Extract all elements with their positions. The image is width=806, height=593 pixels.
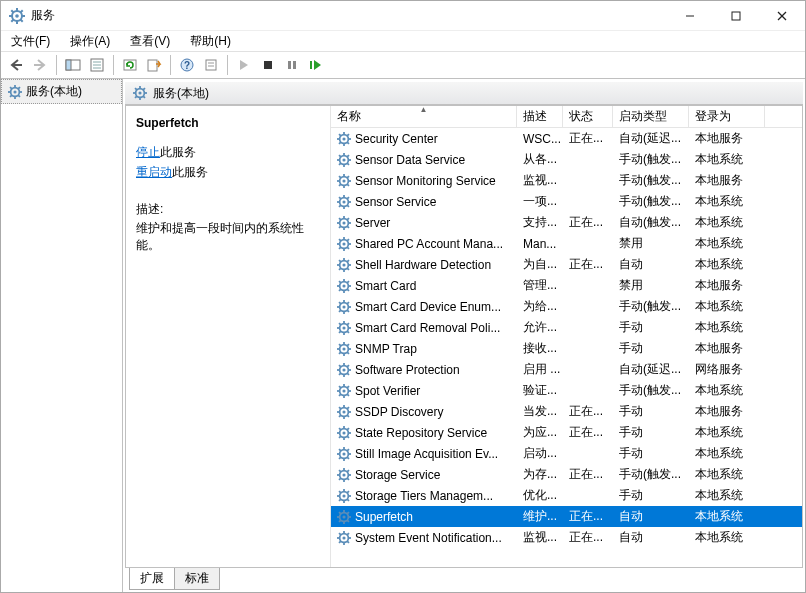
- service-desc: 监视...: [517, 172, 563, 189]
- service-startup: 自动: [613, 508, 689, 525]
- service-row[interactable]: SNMP Trap接收...手动本地服务: [331, 338, 802, 359]
- app-gear-icon: [9, 8, 25, 24]
- pause-service-button[interactable]: [281, 54, 303, 76]
- service-row[interactable]: Superfetch维护...正在...自动本地系统: [331, 506, 802, 527]
- gear-icon: [337, 279, 351, 293]
- gear-icon: [337, 363, 351, 377]
- service-logon: 本地系统: [689, 508, 765, 525]
- service-row[interactable]: Sensor Monitoring Service监视...手动(触发...本地…: [331, 170, 802, 191]
- service-desc: 为自...: [517, 256, 563, 273]
- gear-icon: [337, 216, 351, 230]
- svg-rect-31: [293, 61, 296, 69]
- service-startup: 自动(触发...: [613, 214, 689, 231]
- gear-icon: [337, 342, 351, 356]
- service-row[interactable]: Still Image Acquisition Ev...启动...手动本地系统: [331, 443, 802, 464]
- service-row[interactable]: SSDP Discovery当发...正在...手动本地服务: [331, 401, 802, 422]
- help-button[interactable]: ?: [176, 54, 198, 76]
- tree-root-label: 服务(本地): [26, 83, 82, 100]
- service-desc: 接收...: [517, 340, 563, 357]
- service-row[interactable]: Server支持...正在...自动(触发...本地系统: [331, 212, 802, 233]
- service-logon: 本地系统: [689, 256, 765, 273]
- service-startup: 手动(触发...: [613, 193, 689, 210]
- gear-icon: [337, 384, 351, 398]
- close-button[interactable]: [759, 1, 805, 31]
- service-row[interactable]: State Repository Service为应...正在...手动本地系统: [331, 422, 802, 443]
- service-row[interactable]: Sensor Service一项...手动(触发...本地系统: [331, 191, 802, 212]
- svg-rect-32: [310, 61, 312, 69]
- gear-icon: [337, 300, 351, 314]
- service-row[interactable]: Security CenterWSC...正在...自动(延迟...本地服务: [331, 128, 802, 149]
- service-name: Sensor Data Service: [355, 153, 465, 167]
- service-status: 正在...: [563, 508, 613, 525]
- menu-view[interactable]: 查看(V): [126, 32, 174, 51]
- service-name: Sensor Service: [355, 195, 436, 209]
- service-name: Storage Tiers Managem...: [355, 489, 493, 503]
- maximize-button[interactable]: [713, 1, 759, 31]
- detail-pane: Superfetch 停止此服务 重启动此服务 描述: 维护和提高一段时间内的系…: [126, 106, 330, 567]
- start-service-button[interactable]: [233, 54, 255, 76]
- service-status: 正在...: [563, 214, 613, 231]
- nav-back-button[interactable]: [5, 54, 27, 76]
- col-logon[interactable]: 登录为: [689, 106, 765, 127]
- tab-standard[interactable]: 标准: [174, 568, 220, 590]
- service-logon: 本地服务: [689, 277, 765, 294]
- col-status[interactable]: 状态: [563, 106, 613, 127]
- service-desc: 允许...: [517, 319, 563, 336]
- service-row[interactable]: Storage Tiers Managem...优化...手动本地系统: [331, 485, 802, 506]
- gear-icon: [337, 258, 351, 272]
- gear-icon: [337, 321, 351, 335]
- gear-icon: [133, 86, 147, 100]
- service-row[interactable]: Smart Card Device Enum...为给...手动(触发...本地…: [331, 296, 802, 317]
- tree-root-services[interactable]: 服务(本地): [1, 79, 122, 104]
- service-name: Spot Verifier: [355, 384, 420, 398]
- service-row[interactable]: System Event Notification...监视...正在...自动…: [331, 527, 802, 548]
- export-list-button[interactable]: [143, 54, 165, 76]
- service-logon: 本地服务: [689, 130, 765, 147]
- service-desc: Man...: [517, 237, 563, 251]
- toolbar-props-icon[interactable]: [200, 54, 222, 76]
- col-desc[interactable]: 描述: [517, 106, 563, 127]
- menu-file[interactable]: 文件(F): [7, 32, 54, 51]
- service-row[interactable]: Software Protection启用 ...自动(延迟...网络服务: [331, 359, 802, 380]
- stop-link[interactable]: 停止: [136, 145, 160, 159]
- service-desc: 为应...: [517, 424, 563, 441]
- properties-button[interactable]: [86, 54, 108, 76]
- service-startup: 手动: [613, 340, 689, 357]
- service-name: Sensor Monitoring Service: [355, 174, 496, 188]
- service-row[interactable]: Smart Card Removal Poli...允许...手动本地系统: [331, 317, 802, 338]
- refresh-button[interactable]: [119, 54, 141, 76]
- service-row[interactable]: Spot Verifier验证...手动(触发...本地系统: [331, 380, 802, 401]
- gear-icon: [337, 132, 351, 146]
- menu-help[interactable]: 帮助(H): [186, 32, 235, 51]
- col-name[interactable]: 名称▲: [331, 106, 517, 127]
- service-row[interactable]: Shared PC Account Mana...Man...禁用本地系统: [331, 233, 802, 254]
- restart-service-button[interactable]: [305, 54, 327, 76]
- service-row[interactable]: Smart Card管理...禁用本地服务: [331, 275, 802, 296]
- desc-label: 描述:: [136, 201, 320, 218]
- service-row[interactable]: Sensor Data Service从各...手动(触发...本地系统: [331, 149, 802, 170]
- service-logon: 本地系统: [689, 214, 765, 231]
- service-row[interactable]: Storage Service为存...正在...手动(触发...本地系统: [331, 464, 802, 485]
- menu-action[interactable]: 操作(A): [66, 32, 114, 51]
- service-startup: 自动: [613, 256, 689, 273]
- nav-forward-button[interactable]: [29, 54, 51, 76]
- stop-service-button[interactable]: [257, 54, 279, 76]
- minimize-button[interactable]: [667, 1, 713, 31]
- desc-text: 维护和提高一段时间内的系统性能。: [136, 220, 320, 254]
- service-name: State Repository Service: [355, 426, 487, 440]
- service-desc: 优化...: [517, 487, 563, 504]
- col-startup[interactable]: 启动类型: [613, 106, 689, 127]
- restart-link[interactable]: 重启动: [136, 165, 172, 179]
- gear-icon: [337, 531, 351, 545]
- service-row[interactable]: Shell Hardware Detection为自...正在...自动本地系统: [331, 254, 802, 275]
- service-logon: 本地系统: [689, 424, 765, 441]
- service-logon: 本地服务: [689, 340, 765, 357]
- service-rows[interactable]: Security CenterWSC...正在...自动(延迟...本地服务Se…: [331, 128, 802, 567]
- tab-extended[interactable]: 扩展: [129, 568, 175, 590]
- svg-rect-30: [288, 61, 291, 69]
- sort-indicator-icon: ▲: [420, 106, 428, 114]
- show-hide-tree-button[interactable]: [62, 54, 84, 76]
- stop-suffix: 此服务: [160, 145, 196, 159]
- service-logon: 本地系统: [689, 319, 765, 336]
- service-desc: 当发...: [517, 403, 563, 420]
